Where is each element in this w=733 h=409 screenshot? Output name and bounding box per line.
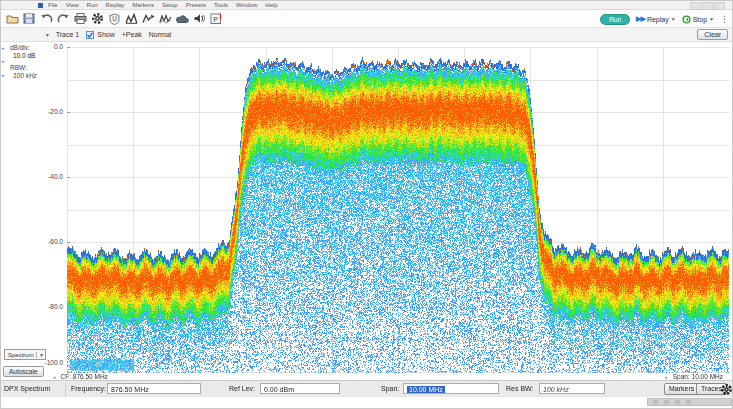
span-label: Span:	[381, 385, 399, 392]
res-bw-field[interactable]: 100 kHz	[539, 383, 605, 394]
res-bw-label: Res BW:	[506, 385, 534, 392]
menu-view[interactable]: View	[66, 1, 79, 9]
menu-presets[interactable]: Presets	[186, 1, 206, 9]
menu-file[interactable]: File	[48, 1, 58, 9]
replay-button[interactable]: ▶▶ Replay ▼	[636, 15, 676, 23]
span-readout[interactable]: ▸ Span: 10.00 MHz	[665, 373, 723, 380]
minimize-button[interactable]	[690, 2, 701, 10]
frequency-field[interactable]: 876.50 MHz	[107, 383, 201, 394]
span-field[interactable]: 10.00 MHz	[403, 383, 499, 394]
selected-value: 10.00 MHz	[407, 386, 445, 393]
menu-run[interactable]: Run	[87, 1, 98, 9]
center-frequency-readout[interactable]: ◂ CF: 876.50 MHz	[53, 373, 108, 380]
panel-expand-icon[interactable]: ▸	[2, 58, 5, 64]
amplitude-cloud-icon[interactable]	[174, 12, 190, 26]
display-mode: DPX Spectrum	[4, 385, 50, 392]
stop-button[interactable]: Stop ▼	[682, 15, 714, 24]
menu-markers[interactable]: Markers	[132, 1, 154, 9]
undo-icon[interactable]	[38, 12, 54, 26]
svg-text:P: P	[213, 15, 218, 22]
settings-gear-icon[interactable]	[720, 383, 733, 397]
markers-button[interactable]: Markers	[664, 383, 699, 395]
menu-setup[interactable]: Setup	[162, 1, 178, 9]
marker-flag-icon[interactable]: P	[208, 12, 224, 26]
save-icon[interactable]	[21, 12, 37, 26]
open-folder-icon[interactable]	[4, 12, 20, 26]
run-button[interactable]: Run	[600, 14, 630, 25]
ref-lev-label: Ref Lev:	[229, 385, 255, 392]
right-arrow-icon[interactable]: ▸	[665, 374, 668, 380]
spectrum-display-icon[interactable]	[123, 12, 139, 26]
dpx-spectrum-canvas[interactable]	[67, 42, 729, 374]
close-button[interactable]	[714, 2, 725, 10]
trace-function[interactable]: Normal	[149, 31, 172, 38]
chevron-down-icon: ▼	[709, 16, 714, 22]
rbw-label: RBW:	[10, 64, 27, 71]
chevron-down-icon: ▼	[671, 16, 676, 22]
preset-shield-icon[interactable]: U	[106, 12, 122, 26]
taskbar-fragment	[647, 398, 732, 406]
db-div-value[interactable]: 10.0 dB	[13, 52, 35, 59]
show-checkbox[interactable]: Show	[86, 31, 115, 39]
trace-arrow-icon[interactable]	[140, 12, 156, 26]
signal-analyzer-window: File View Run Replay Markers Setup Prese…	[0, 0, 733, 409]
overflow-menu-icon[interactable]: ⋮	[720, 15, 729, 24]
multi-trace-icon[interactable]	[157, 12, 173, 26]
y-axis-label: 0.0	[1, 43, 63, 50]
stop-icon	[682, 15, 691, 24]
app-icon	[38, 3, 43, 8]
menu-bar: File View Run Replay Markers Setup Prese…	[1, 1, 733, 10]
y-axis-label: -60.0	[1, 238, 63, 245]
left-arrow-icon[interactable]: ◂	[53, 374, 56, 380]
trace-selector[interactable]: Trace 1	[56, 31, 79, 38]
detection-mode[interactable]: +Peak	[122, 31, 142, 38]
maximize-button[interactable]	[702, 2, 713, 10]
view-select[interactable]: Spectrum▼	[4, 349, 46, 360]
rbw-value[interactable]: 100 kHz	[13, 72, 37, 79]
toolbar: U P Run ▶▶ Replay ▼ Stop ▼ ⋮	[1, 10, 733, 28]
svg-text:U: U	[112, 15, 117, 22]
menu-tools[interactable]: Tools	[214, 1, 228, 9]
chevron-down-icon: ▼	[36, 352, 44, 358]
replay-icon: ▶▶	[636, 15, 645, 23]
settings-gear-icon[interactable]	[89, 12, 105, 26]
clear-button[interactable]: Clear	[697, 29, 728, 40]
ref-lev-field[interactable]: 0.00 dBm	[260, 383, 340, 394]
bottom-strip	[1, 397, 733, 409]
y-axis-label: -100.0	[1, 359, 63, 366]
y-axis-label: -20.0	[1, 108, 63, 115]
checkbox-checked-icon	[86, 31, 94, 39]
spectrum-display: ▸ ▸ ▸ dB/div: 10.0 dB RBW: 100 kHz 0.0 -…	[1, 42, 733, 380]
print-icon[interactable]	[72, 12, 88, 26]
collapse-chevron-icon[interactable]: ▾	[46, 32, 49, 38]
menu-replay[interactable]: Replay	[106, 1, 125, 9]
menu-help[interactable]: Help	[265, 1, 277, 9]
menu-window[interactable]: Window	[236, 1, 257, 9]
status-bar: DPX Spectrum Frequency: 876.50 MHz Ref L…	[1, 380, 733, 398]
redo-icon[interactable]	[55, 12, 71, 26]
frequency-label: Frequency:	[71, 385, 106, 392]
y-axis-label: -40.0	[1, 173, 63, 180]
trace-bar: ▾ Trace 1 Show +Peak Normal Clear	[1, 28, 733, 42]
acquisition-controls: Run ▶▶ Replay ▼ Stop ▼ ⋮	[600, 12, 729, 26]
panel-expand-icon[interactable]: ▸	[2, 72, 5, 78]
y-axis-label: -80.0	[1, 303, 63, 310]
audio-speaker-icon[interactable]	[191, 12, 207, 26]
